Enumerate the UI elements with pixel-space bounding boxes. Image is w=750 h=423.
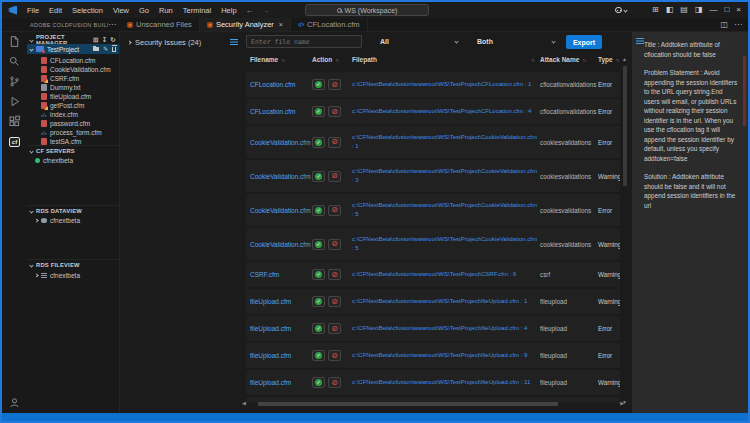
column-header-filepath[interactable]: Filepath↑↓ — [352, 56, 540, 63]
menu-item[interactable]: Selection — [67, 6, 108, 15]
scroll-up-icon[interactable]: ▲ — [622, 56, 627, 62]
scroll-right-icon[interactable]: ▶ — [620, 400, 624, 406]
column-header-filename[interactable]: Filename↑↓ — [250, 56, 312, 63]
restore-button[interactable]: □ — [724, 5, 729, 15]
tree-item-file[interactable]: CSRF.cfm — [27, 74, 119, 83]
issue-row[interactable]: CookieValidation.cfm ✓ ⊘ c:\CFNextBeta\c… — [246, 126, 620, 158]
table-vertical-scrollbar[interactable]: ▲ ▼ — [621, 56, 629, 407]
mark-false-positive-button[interactable]: ⊘ — [328, 350, 341, 361]
toggle-panel-icon[interactable]: ▤ — [680, 5, 688, 15]
issue-filename-link[interactable]: CookieValidation.cfm — [250, 138, 312, 147]
editor-tab[interactable]: Unscanned Files × — [120, 18, 200, 31]
mark-false-positive-button[interactable]: ⊘ — [328, 239, 341, 250]
search-view-icon[interactable] — [8, 55, 22, 68]
issue-filepath-link[interactable]: c:\CFNextBeta\cfusion\wwwroot\WS\TestPro… — [352, 201, 540, 219]
editor-tab[interactable]: Security Analyzer × — [200, 18, 291, 31]
details-menu-toggle-icon[interactable] — [636, 38, 644, 39]
issue-row[interactable]: CookieValidation.cfm ✓ ⊘ c:\CFNextBeta\c… — [246, 228, 620, 260]
explorer-icon[interactable] — [8, 35, 22, 48]
mark-safe-button[interactable]: ✓ — [312, 296, 325, 307]
account-icon[interactable] — [8, 396, 22, 409]
issue-filename-link[interactable]: CookieValidation.cfm — [250, 172, 312, 181]
tree-item-file[interactable]: process_form.cfm — [27, 128, 119, 137]
sort-icon[interactable]: ↑↓ — [582, 57, 585, 63]
mark-false-positive-button[interactable]: ⊘ — [328, 106, 341, 117]
menu-item[interactable]: Go — [134, 6, 154, 15]
column-header-attack-name[interactable]: Attack Name↑↓ — [540, 56, 598, 63]
issue-filename-link[interactable]: fileUpload.cfm — [250, 297, 312, 306]
issue-filename-link[interactable]: CFLocation.cfm — [250, 107, 312, 116]
issue-row[interactable]: fileUpload.cfm ✓ ⊘ c:\CFNextBeta\cfusion… — [246, 370, 620, 395]
column-header-action[interactable]: Action↑↓ — [312, 56, 352, 63]
details-scrollbar-thumb[interactable] — [743, 56, 746, 126]
mark-safe-button[interactable]: ✓ — [312, 323, 325, 334]
mark-safe-button[interactable]: ✓ — [312, 106, 325, 117]
sort-icon[interactable]: ↑↓ — [281, 57, 284, 63]
close-button[interactable]: × — [736, 5, 741, 15]
issue-row[interactable]: CookieValidation.cfm ✓ ⊘ c:\CFNextBeta\c… — [246, 160, 620, 192]
tab-close-icon[interactable]: × — [279, 21, 283, 28]
menu-toggle-icon[interactable] — [230, 39, 238, 40]
tree-item-file[interactable]: Dummy.txt — [27, 83, 119, 92]
mark-false-positive-button[interactable]: ⊘ — [328, 269, 341, 280]
scope-dropdown[interactable]: Both — [477, 35, 555, 48]
rds-dataview-header[interactable]: RDS DATAVIEW — [27, 205, 119, 216]
issue-filepath-link[interactable]: c:\CFNextBeta\cfusion\wwwroot\WS\TestPro… — [352, 378, 540, 387]
scroll-left-icon[interactable]: ◀ — [242, 400, 246, 406]
import-project-icon[interactable]: ↧ — [102, 36, 108, 44]
file-name-filter-input[interactable] — [246, 35, 362, 48]
mark-false-positive-button[interactable]: ⊘ — [328, 205, 341, 216]
cf-servers-header[interactable]: CF SERVERS — [27, 145, 119, 156]
issue-filename-link[interactable]: CSRF.cfm — [250, 270, 312, 279]
mark-false-positive-button[interactable]: ⊘ — [328, 79, 341, 90]
issue-filepath-link[interactable]: c:\CFNextBeta\cfusion\wwwroot\WS\TestPro… — [352, 351, 540, 360]
mark-false-positive-button[interactable]: ⊘ — [328, 171, 341, 182]
issue-filename-link[interactable]: fileUpload.cfm — [250, 351, 312, 360]
issue-row[interactable]: CSRF.cfm ✓ ⊘ c:\CFNextBeta\cfusion\wwwro… — [246, 262, 620, 287]
tree-item-server[interactable]: cfnextbeta — [27, 156, 119, 165]
issue-filepath-link[interactable]: c:\CFNextBeta\cfusion\wwwroot\WS\TestPro… — [352, 324, 540, 333]
sort-icon[interactable]: ↑↓ — [531, 57, 540, 63]
split-editor-icon[interactable]: ◫ — [720, 20, 728, 29]
column-header-type[interactable]: Type↑↓ — [598, 56, 620, 63]
menu-item[interactable]: View — [108, 6, 134, 15]
issue-filename-link[interactable]: fileUpload.cfm — [250, 324, 312, 333]
run-debug-icon[interactable] — [8, 95, 22, 108]
tree-item-file[interactable]: password.cfm — [27, 119, 119, 128]
sort-icon[interactable]: ↑↓ — [335, 57, 338, 63]
menu-item[interactable]: Run — [154, 6, 178, 15]
mark-safe-button[interactable]: ✓ — [312, 79, 325, 90]
tree-item-file[interactable]: CFLocation.cfm — [27, 56, 119, 65]
minimize-button[interactable]: — — [709, 5, 717, 15]
issue-filepath-link[interactable]: c:\CFNextBeta\cfusion\wwwroot\WS\TestPro… — [352, 80, 540, 89]
issue-filepath-link[interactable]: c:\CFNextBeta\cfusion\wwwroot\WS\TestPro… — [352, 270, 540, 279]
toggle-secondary-sidebar-icon[interactable]: ◨ — [695, 5, 703, 15]
menu-item[interactable]: File — [22, 6, 44, 15]
tree-item-fileview[interactable]: cfnextbeta — [27, 271, 119, 280]
mark-safe-button[interactable]: ✓ — [312, 137, 325, 148]
new-folder-icon[interactable] — [93, 47, 99, 51]
export-button[interactable]: Export — [566, 35, 602, 49]
issue-filename-link[interactable]: fileUpload.cfm — [250, 378, 312, 387]
tree-item-file[interactable]: CookieValidation.cfm — [27, 65, 119, 74]
editor-more-actions-icon[interactable]: ⋯ — [734, 20, 742, 29]
issue-row[interactable]: CFLocation.cfm ✓ ⊘ c:\CFNextBeta\cfusion… — [246, 99, 620, 124]
tree-item-file[interactable]: getPost.cfm — [27, 101, 119, 110]
sidebar-more-actions-icon[interactable]: ⋯ — [108, 20, 120, 29]
issue-filename-link[interactable]: CookieValidation.cfm — [250, 240, 312, 249]
extensions-icon[interactable] — [8, 115, 22, 128]
issue-row[interactable]: fileUpload.cfm ✓ ⊘ c:\CFNextBeta\cfusion… — [246, 343, 620, 368]
tree-item-datasource[interactable]: cfnextbeta — [27, 216, 119, 225]
customize-layout-icon[interactable]: ⊞ — [652, 5, 659, 15]
mark-false-positive-button[interactable]: ⊘ — [328, 323, 341, 334]
issue-filename-link[interactable]: CookieValidation.cfm — [250, 206, 312, 215]
tree-item-project[interactable]: TestProject ✎ — [27, 44, 119, 54]
scrollbar-thumb[interactable] — [623, 66, 627, 186]
toggle-sidebar-icon[interactable]: ◧ — [666, 5, 674, 15]
menu-item[interactable]: Edit — [44, 6, 67, 15]
issue-filepath-link[interactable]: c:\CFNextBeta\cfusion\wwwroot\WS\TestPro… — [352, 133, 540, 151]
edit-icon[interactable]: ✎ — [103, 46, 108, 52]
issue-filepath-link[interactable]: c:\CFNextBeta\cfusion\wwwroot\WS\TestPro… — [352, 235, 540, 253]
workspace-search-box[interactable]: WS (Workspace) — [305, 4, 429, 16]
scrollbar-thumb[interactable] — [258, 402, 558, 406]
